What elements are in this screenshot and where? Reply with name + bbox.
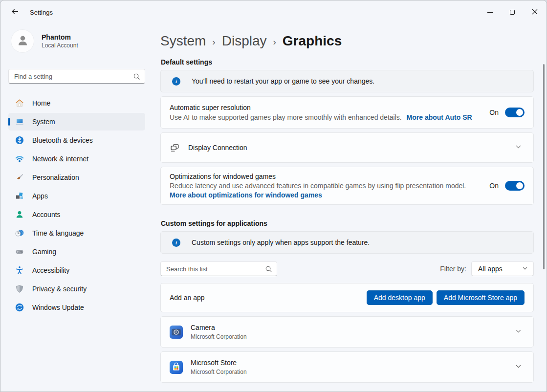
custom-settings-heading: Custom settings for applications [161,219,534,227]
breadcrumb-separator-icon: › [212,35,215,47]
sidebar-nav: Home System Bluetooth & devices Network … [8,94,145,316]
app-expand-button[interactable] [512,361,525,373]
filter-dropdown[interactable]: All apps [471,261,534,276]
maximize-button[interactable] [501,0,524,24]
apps-icon [15,191,24,201]
sidebar-item-label: Privacy & security [32,285,87,293]
auto-sr-card: Automatic super resolution Use AI to mak… [160,96,534,129]
filter-dropdown-value: All apps [478,265,503,273]
app-publisher: Microsoft Corporation [191,369,247,375]
sidebar-item-label: Bluetooth & devices [32,136,93,144]
default-settings-heading: Default settings [161,58,534,66]
wifi-icon [15,154,24,164]
vertical-scrollbar[interactable] [543,64,545,269]
app-row-microsoft-store[interactable]: Microsoft Store Microsoft Corporation [160,351,534,383]
add-store-app-button[interactable]: Add Microsoft Store app [437,290,525,305]
window-title: Settings [30,9,53,16]
chevron-down-icon [522,265,528,273]
restart-notice-text: You'll need to restart your app or game … [192,77,374,85]
auto-sr-description: Use AI to make supported games play more… [170,113,472,121]
settings-search-input[interactable] [9,69,145,83]
info-icon: i [172,77,180,86]
microsoft-store-app-icon [170,361,183,374]
shield-icon [15,284,24,294]
breadcrumb-separator-icon: › [273,35,276,47]
minimize-button[interactable] [479,0,501,24]
auto-sr-controls: On [489,108,525,117]
maximize-icon [510,10,515,15]
windowed-games-learn-more-link[interactable]: More about optimizations for windowed ga… [170,191,322,199]
windowed-games-toggle[interactable] [505,181,525,191]
avatar [11,30,34,52]
app-list-search-box [160,261,277,276]
restart-notice-banner: i You'll need to restart your app or gam… [160,70,534,92]
back-button[interactable] [6,5,23,20]
auto-sr-learn-more-link[interactable]: More about Auto SR [407,113,472,121]
minimize-icon [487,12,493,13]
sidebar-item-privacy-security[interactable]: Privacy & security [8,280,145,298]
display-connection-title: Display Connection [188,144,247,152]
close-button[interactable] [524,0,546,24]
display-connection-expand-button[interactable] [512,141,525,154]
windowed-games-title: Optimizations for windowed games [170,173,466,180]
titlebar: Settings [0,0,547,24]
breadcrumb: System › Display › Graphics [160,32,534,50]
sidebar-item-gaming[interactable]: Gaming [8,243,145,261]
user-info: Phantom Local Account [42,33,78,49]
main-content: System › Display › Graphics Default sett… [153,24,547,392]
windowed-games-text: Optimizations for windowed games Reduce … [170,166,466,205]
sidebar-item-accounts[interactable]: Accounts [8,206,145,223]
accessibility-icon [15,265,24,275]
sidebar-item-network-internet[interactable]: Network & internet [8,150,145,168]
add-app-label: Add an app [170,294,205,302]
sidebar-item-label: Home [32,99,50,107]
sidebar-item-accessibility[interactable]: Accessibility [8,261,145,279]
settings-search-box [8,69,145,84]
sidebar-item-windows-update[interactable]: Windows Update [8,299,145,316]
app-name: Microsoft Store [191,359,247,367]
sidebar-item-personalization[interactable]: Personalization [8,169,145,186]
app-list-tools: Filter by: All apps [160,261,534,276]
custom-settings-notice-banner: i Custom settings only apply when apps s… [160,231,534,254]
chevron-down-icon [515,144,522,152]
gamepad-icon [15,247,24,257]
auto-sr-title: Automatic super resolution [170,104,472,111]
chevron-down-icon [515,363,522,371]
sidebar-item-apps[interactable]: Apps [8,187,145,205]
home-icon [15,98,24,108]
sidebar-item-label: Accounts [32,211,61,218]
close-icon [532,9,538,16]
windows-update-icon [15,303,24,312]
toggle-knob [516,182,523,189]
sidebar-item-label: Windows Update [32,304,84,311]
add-app-buttons: Add desktop app Add Microsoft Store app [367,290,525,305]
filter-by-label: Filter by: [440,265,466,273]
add-desktop-app-button[interactable]: Add desktop app [367,290,433,305]
app-info: Camera Microsoft Corporation [191,317,247,347]
auto-sr-text: Automatic super resolution Use AI to mak… [170,97,472,128]
breadcrumb-display[interactable]: Display [222,33,267,49]
sidebar-item-time-language[interactable]: Time & language [8,224,145,242]
display-connection-card[interactable]: Display Connection [160,132,534,163]
app-expand-button[interactable] [512,326,525,338]
windowed-games-card: Optimizations for windowed games Reduce … [160,167,534,205]
windowed-games-controls: On [489,181,525,191]
sidebar-item-home[interactable]: Home [8,94,145,112]
sidebar-item-label: Network & internet [32,155,88,163]
auto-sr-toggle[interactable] [505,108,525,117]
sidebar-item-system[interactable]: System [8,113,145,131]
sidebar-item-bluetooth-devices[interactable]: Bluetooth & devices [8,131,145,149]
display-connection-icon [170,143,180,153]
back-arrow-icon [11,7,19,17]
brush-icon [15,173,24,182]
app-row-camera[interactable]: Camera Microsoft Corporation [160,316,534,348]
sidebar-item-label: Accessibility [32,266,69,274]
add-app-row: Add an app Add desktop app Add Microsoft… [160,283,534,312]
app-list-search-input[interactable] [161,262,277,276]
breadcrumb-system[interactable]: System [160,33,206,49]
custom-settings-notice-text: Custom settings only apply when apps sup… [192,239,370,246]
app-info: Microsoft Store Microsoft Corporation [191,352,247,382]
person-icon [16,34,29,49]
bluetooth-icon [15,135,24,145]
sidebar-item-label: Personalization [32,174,79,181]
